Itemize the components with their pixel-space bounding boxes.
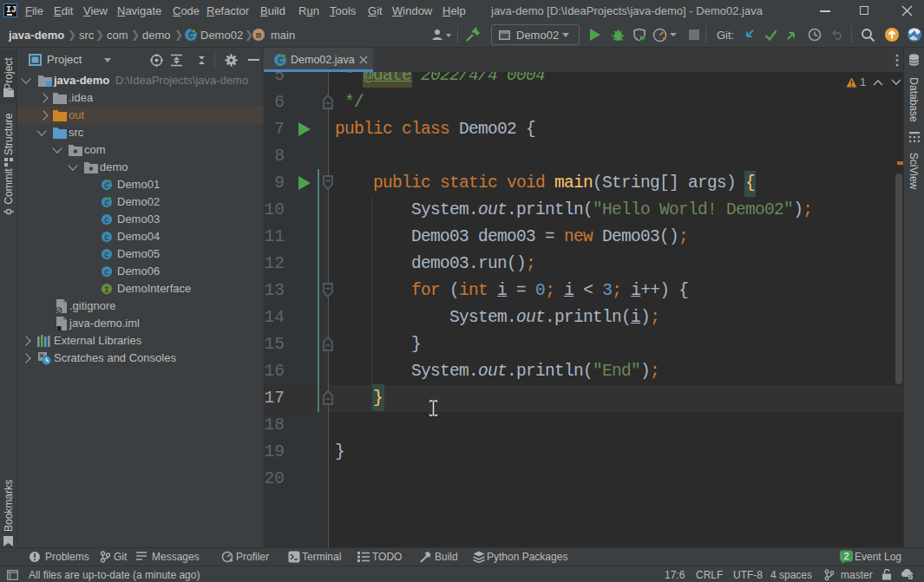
svg-text:m: m [256, 31, 261, 41]
svg-text:C: C [104, 252, 108, 260]
svg-text:C: C [104, 217, 108, 226]
svg-text:I: I [104, 286, 108, 295]
svg-text:C: C [104, 269, 108, 278]
svg-text:C: C [104, 234, 108, 243]
svg-text:2: 2 [843, 551, 849, 561]
